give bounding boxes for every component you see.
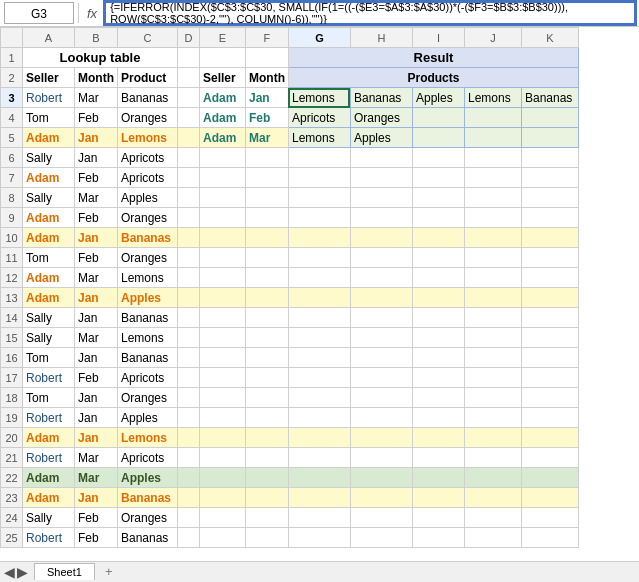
cell-d23[interactable] (177, 488, 199, 508)
result-label[interactable]: Result (288, 48, 578, 68)
cell-k16[interactable] (521, 348, 578, 368)
cell-a22[interactable]: Adam (23, 468, 75, 488)
cell-c4[interactable]: Oranges (117, 108, 177, 128)
cell-c20[interactable]: Lemons (117, 428, 177, 448)
cell-g20[interactable] (288, 428, 350, 448)
cell-k24[interactable] (521, 508, 578, 528)
cell-i17[interactable] (412, 368, 464, 388)
cell-i5[interactable] (412, 128, 464, 148)
cell-d11[interactable] (177, 248, 199, 268)
cell-f17[interactable] (245, 368, 288, 388)
cell-i3[interactable]: Apples (412, 88, 464, 108)
cell-j23[interactable] (464, 488, 521, 508)
cell-k9[interactable] (521, 208, 578, 228)
cell-i7[interactable] (412, 168, 464, 188)
cell-h10[interactable] (350, 228, 412, 248)
cell-h4[interactable]: Oranges (350, 108, 412, 128)
cell-j7[interactable] (464, 168, 521, 188)
col-header-b[interactable]: B (75, 28, 118, 48)
cell-d22[interactable] (177, 468, 199, 488)
cell-b22[interactable]: Mar (75, 468, 118, 488)
cell-a16[interactable]: Tom (23, 348, 75, 368)
cell-j11[interactable] (464, 248, 521, 268)
cell-g10[interactable] (288, 228, 350, 248)
cell-c5[interactable]: Lemons (117, 128, 177, 148)
col-header-i[interactable]: I (412, 28, 464, 48)
cell-k4[interactable] (521, 108, 578, 128)
cell-e2[interactable]: Seller (199, 68, 245, 88)
cell-j4[interactable] (464, 108, 521, 128)
cell-f25[interactable] (245, 528, 288, 548)
cell-k3[interactable]: Bananas (521, 88, 578, 108)
cell-a17[interactable]: Robert (23, 368, 75, 388)
cell-h5[interactable]: Apples (350, 128, 412, 148)
cell-j12[interactable] (464, 268, 521, 288)
cell-d19[interactable] (177, 408, 199, 428)
cell-h15[interactable] (350, 328, 412, 348)
cell-j25[interactable] (464, 528, 521, 548)
cell-k25[interactable] (521, 528, 578, 548)
cell-f22[interactable] (245, 468, 288, 488)
cell-d2[interactable] (177, 68, 199, 88)
cell-a21[interactable]: Robert (23, 448, 75, 468)
cell-g23[interactable] (288, 488, 350, 508)
cell-h20[interactable] (350, 428, 412, 448)
cell-b21[interactable]: Mar (75, 448, 118, 468)
spreadsheet-scroll-container[interactable]: A B C D E F G H I J K 1 Lookup table (0, 27, 639, 561)
cell-j8[interactable] (464, 188, 521, 208)
cell-d25[interactable] (177, 528, 199, 548)
cell-k19[interactable] (521, 408, 578, 428)
cell-j9[interactable] (464, 208, 521, 228)
cell-h7[interactable] (350, 168, 412, 188)
cell-d20[interactable] (177, 428, 199, 448)
cell-b4[interactable]: Feb (75, 108, 118, 128)
cell-i16[interactable] (412, 348, 464, 368)
cell-h25[interactable] (350, 528, 412, 548)
cell-e6[interactable] (199, 148, 245, 168)
cell-f19[interactable] (245, 408, 288, 428)
cell-b20[interactable]: Jan (75, 428, 118, 448)
cell-d12[interactable] (177, 268, 199, 288)
cell-a19[interactable]: Robert (23, 408, 75, 428)
cell-e7[interactable] (199, 168, 245, 188)
cell-d15[interactable] (177, 328, 199, 348)
cell-f4[interactable]: Feb (245, 108, 288, 128)
cell-b8[interactable]: Mar (75, 188, 118, 208)
cell-k10[interactable] (521, 228, 578, 248)
cell-a6[interactable]: Sally (23, 148, 75, 168)
cell-e16[interactable] (199, 348, 245, 368)
cell-k20[interactable] (521, 428, 578, 448)
cell-e10[interactable] (199, 228, 245, 248)
cell-a18[interactable]: Tom (23, 388, 75, 408)
cell-f13[interactable] (245, 288, 288, 308)
cell-k6[interactable] (521, 148, 578, 168)
cell-d21[interactable] (177, 448, 199, 468)
cell-c19[interactable]: Apples (117, 408, 177, 428)
col-header-g[interactable]: G (288, 28, 350, 48)
cell-g9[interactable] (288, 208, 350, 228)
cell-b16[interactable]: Jan (75, 348, 118, 368)
cell-f20[interactable] (245, 428, 288, 448)
cell-i15[interactable] (412, 328, 464, 348)
cell-c21[interactable]: Apricots (117, 448, 177, 468)
cell-b17[interactable]: Feb (75, 368, 118, 388)
cell-k23[interactable] (521, 488, 578, 508)
cell-d16[interactable] (177, 348, 199, 368)
cell-g17[interactable] (288, 368, 350, 388)
cell-k13[interactable] (521, 288, 578, 308)
cell-a20[interactable]: Adam (23, 428, 75, 448)
cell-k7[interactable] (521, 168, 578, 188)
col-header-k[interactable]: K (521, 28, 578, 48)
cell-e1[interactable] (199, 48, 245, 68)
cell-j6[interactable] (464, 148, 521, 168)
cell-c2[interactable]: Product (117, 68, 177, 88)
cell-d5[interactable] (177, 128, 199, 148)
cell-c13[interactable]: Apples (117, 288, 177, 308)
cell-d1[interactable] (177, 48, 199, 68)
cell-j14[interactable] (464, 308, 521, 328)
cell-d18[interactable] (177, 388, 199, 408)
cell-d9[interactable] (177, 208, 199, 228)
cell-h3[interactable]: Bananas (350, 88, 412, 108)
cell-i13[interactable] (412, 288, 464, 308)
cell-h12[interactable] (350, 268, 412, 288)
